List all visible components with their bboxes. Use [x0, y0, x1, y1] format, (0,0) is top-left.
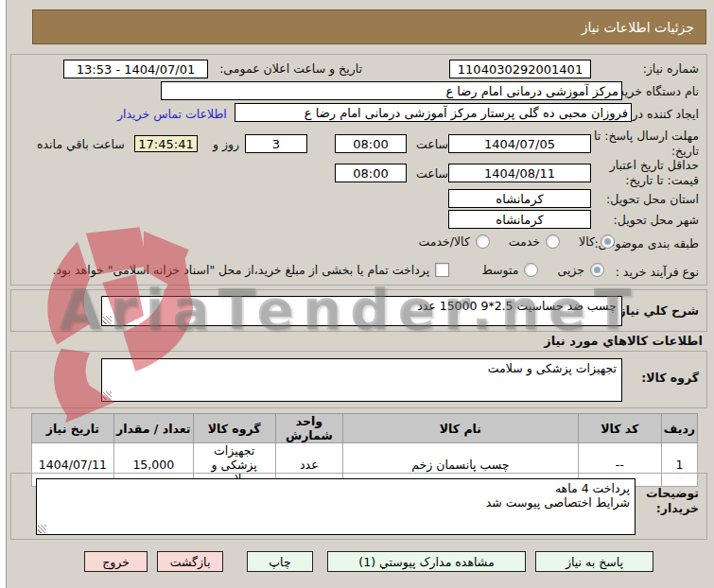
- need-number-field[interactable]: 1104030292001401: [449, 60, 591, 78]
- buyer-notes-textarea[interactable]: پرداخت 4 ماهه شرایط اختصاصی پیوست شد: [36, 478, 636, 535]
- col-need-date: تاریخ نیاز: [32, 414, 114, 443]
- price-validity-hour-label: ساعت: [416, 166, 448, 181]
- goods-group-textarea[interactable]: تجهیزات پزشکی و سلامت: [101, 358, 622, 402]
- respond-button[interactable]: پاسخ به نیاز: [535, 551, 653, 572]
- option-goods-service-label: کالا/خدمت: [418, 234, 469, 249]
- page-title: جزئیات اطلاعات نیاز: [32, 9, 706, 44]
- days-remaining-field[interactable]: 3: [245, 134, 307, 153]
- radio-service-icon[interactable]: [546, 234, 560, 249]
- option-medium[interactable]: متوسط: [481, 263, 538, 277]
- option-goods-service[interactable]: کالا/خدمت: [418, 234, 489, 249]
- city-field[interactable]: کرمانشاه: [448, 210, 591, 229]
- print-button[interactable]: چاپ: [247, 551, 313, 572]
- general-desc-groupbox: شرح کلي نیاز: چسب ضد حساسیت 2.5*9 15000 …: [10, 289, 707, 332]
- radio-goods-service-icon[interactable]: [476, 234, 490, 249]
- price-validity-date-field[interactable]: 1404/08/11: [448, 164, 591, 182]
- goods-section-title: اطلاعات کالاهاي مورد نیاز: [544, 334, 703, 348]
- option-goods[interactable]: کالا: [579, 234, 615, 249]
- announce-datetime-field[interactable]: 1404/07/01 - 13:53: [63, 60, 208, 78]
- radio-goods-icon[interactable]: [601, 234, 615, 249]
- city-label: شهر محل تحویل:: [614, 213, 699, 227]
- buyer-notes-groupbox: توضیحات خریدار: پرداخت 4 ماهه شرایط اختص…: [10, 473, 707, 540]
- details-groupbox: شماره نیاز: 1104030292001401 تاریخ و ساع…: [10, 54, 707, 285]
- goods-group-label: گروه کالا:: [641, 371, 699, 385]
- radio-medium-icon[interactable]: [524, 263, 538, 277]
- purchase-process-label: نوع فرآیند خرید :: [616, 265, 699, 279]
- buyer-notes-label: توضیحات خریدار:: [633, 486, 699, 517]
- treasury-checkbox-label: پرداخت تمام یا بخشی از مبلغ خرید،از محل …: [53, 263, 430, 277]
- col-item-group: گروه کالا: [193, 414, 275, 443]
- col-item-code: کد کالا: [578, 414, 661, 443]
- goods-group-groupbox: گروه کالا: تجهیزات پزشکی و سلامت: [10, 351, 707, 408]
- form-panel: جزئیات اطلاعات نیاز شماره نیاز: 11040302…: [6, 0, 714, 588]
- view-attachments-button[interactable]: مشاهده مدارک پیوستي (1): [327, 551, 526, 572]
- screen: جزئیات اطلاعات نیاز شماره نیاز: 11040302…: [0, 0, 714, 588]
- col-item-name: نام کالا: [343, 414, 579, 443]
- radio-partial-icon[interactable]: [590, 263, 604, 277]
- col-row-number: ردیف: [661, 414, 697, 443]
- days-and-label: روز و: [213, 137, 239, 151]
- general-desc-label: شرح کلي نیاز:: [615, 303, 699, 318]
- col-count-unit: واحد شمارش: [275, 414, 342, 443]
- request-creator-field[interactable]: فروزان محبی ده گلی پرستار مرکز آموزشی در…: [235, 103, 632, 122]
- need-number-label: شماره نیاز:: [643, 61, 699, 76]
- option-service-label: خدمت: [509, 234, 540, 249]
- countdown-timer: 17:45:41: [134, 135, 198, 152]
- exit-button[interactable]: خروج: [84, 551, 148, 572]
- treasury-checkbox-icon[interactable]: [435, 263, 449, 277]
- purchase-process-options: جزیی متوسط پرداخت تمام یا بخشی از مبلغ خ…: [53, 263, 604, 277]
- option-medium-label: متوسط: [481, 263, 518, 277]
- buyer-contact-link[interactable]: اطلاعات تماس خریدار: [117, 107, 227, 121]
- price-validity-time-field[interactable]: 08:00: [335, 164, 407, 182]
- price-validity-label: حداقل تاریخ اعتبار قیمت: تا تاریخ:: [593, 158, 699, 189]
- back-button[interactable]: بازگشت: [157, 551, 223, 572]
- deadline-date-field[interactable]: 1404/07/05: [448, 134, 591, 153]
- items-table-header-row: ردیف کد کالا نام کالا واحد شمارش گروه کا…: [32, 414, 698, 443]
- option-partial[interactable]: جزیی: [557, 263, 604, 277]
- treasury-option[interactable]: پرداخت تمام یا بخشی از مبلغ خرید،از محل …: [53, 263, 450, 277]
- option-goods-label: کالا: [579, 234, 595, 249]
- col-quantity: تعداد / مقدار: [113, 414, 193, 443]
- option-service[interactable]: خدمت: [509, 234, 560, 249]
- general-desc-textarea[interactable]: چسب ضد حساسیت 2.5*9 15000 عدد: [101, 296, 622, 326]
- deadline-time-field[interactable]: 08:00: [335, 134, 407, 153]
- province-field[interactable]: کرمانشاه: [448, 189, 591, 208]
- buyer-org-field[interactable]: مرکز آموزشی درمانی امام رضا ع: [161, 81, 622, 100]
- subject-class-options: کالا خدمت کالا/خدمت: [418, 234, 615, 249]
- province-label: استان محل تحویل:: [606, 192, 699, 206]
- deadline-hour-label: ساعت: [416, 137, 448, 151]
- option-partial-label: جزیی: [557, 263, 584, 277]
- announce-datetime-label: تاریخ و ساعت اعلان عمومی:: [219, 61, 362, 76]
- response-deadline-label: مهلت ارسال پاسخ: تا تاریخ:: [593, 129, 699, 160]
- hours-remaining-label: ساعت باقي مانده: [37, 137, 125, 151]
